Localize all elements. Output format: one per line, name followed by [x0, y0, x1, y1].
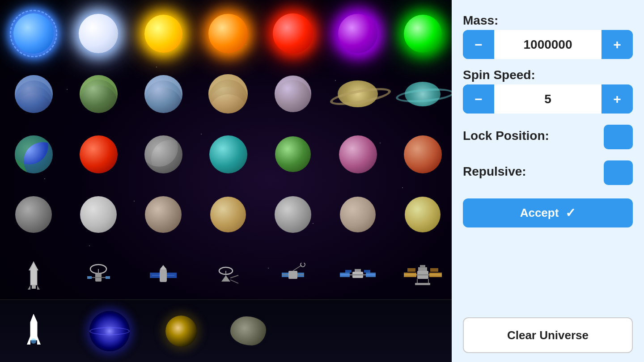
rocket-bottom-item[interactable] — [9, 307, 58, 356]
teal-planet-item[interactable] — [201, 127, 255, 181]
blue-gas-giant-item[interactable] — [7, 67, 60, 121]
mass-section: Mass: − 1000000 + — [463, 13, 633, 59]
green-gas-giant[interactable] — [80, 75, 118, 113]
spin-decrement-button[interactable]: − — [463, 84, 494, 114]
svg-marker-20 — [221, 275, 230, 282]
green-planet-item[interactable] — [266, 127, 320, 181]
tan-moon-item[interactable] — [201, 188, 255, 241]
rocky-moon[interactable] — [340, 197, 376, 232]
svg-marker-49 — [27, 336, 30, 345]
white-moon-item[interactable] — [72, 188, 125, 241]
accept-button[interactable]: Accept ✓ — [463, 198, 633, 227]
iss-item[interactable] — [331, 248, 385, 299]
asteroid-bottom-item[interactable] — [224, 307, 273, 356]
planet-selection-grid — [0, 0, 452, 299]
brown-moon[interactable] — [145, 196, 182, 233]
kepler-spacecraft[interactable] — [136, 253, 190, 297]
saturn-like[interactable] — [338, 80, 378, 107]
pink-planet-item[interactable] — [331, 127, 385, 181]
tan-moon[interactable] — [210, 197, 246, 232]
mars-like[interactable] — [404, 135, 442, 173]
spin-speed-value[interactable]: 5 — [494, 84, 602, 114]
blue-gas-giant[interactable] — [15, 75, 53, 113]
new-horizons-spacecraft[interactable] — [201, 253, 255, 297]
green-star[interactable] — [404, 15, 442, 53]
jupiter-like[interactable] — [208, 74, 248, 114]
earth-item[interactable] — [7, 127, 60, 181]
saturn-item[interactable] — [331, 67, 385, 121]
mass-decrement-button[interactable]: − — [463, 30, 494, 59]
green-planet[interactable] — [275, 136, 311, 172]
repulsive-toggle[interactable] — [604, 160, 633, 185]
purple-star-item[interactable] — [331, 7, 385, 60]
purple-star[interactable] — [338, 14, 377, 53]
yellow-star-item[interactable] — [136, 7, 190, 60]
purple-gas-giant[interactable] — [275, 76, 311, 112]
large-station-spacecraft[interactable] — [396, 253, 449, 297]
green-star-item[interactable] — [396, 7, 449, 60]
gray-planet-item[interactable] — [136, 127, 190, 181]
blue-gas-giant-2[interactable] — [144, 75, 182, 113]
yellow-star[interactable] — [144, 15, 182, 53]
mass-value[interactable]: 1000000 — [494, 30, 602, 59]
kepler-item[interactable] — [136, 248, 190, 299]
mass-increment-button[interactable]: + — [602, 30, 633, 59]
svg-rect-12 — [160, 269, 167, 282]
teal-ring-item[interactable] — [396, 67, 449, 121]
svg-rect-17 — [167, 273, 177, 278]
lock-position-toggle[interactable] — [604, 125, 633, 149]
purple-gas-giant-item[interactable] — [266, 67, 320, 121]
cassini-spacecraft[interactable] — [72, 253, 125, 297]
svg-marker-48 — [30, 314, 37, 340]
gray-moon-2[interactable] — [275, 196, 311, 233]
red-star[interactable] — [273, 13, 313, 54]
svg-line-21 — [230, 275, 238, 278]
repulsive-section: Repulsive: — [463, 160, 633, 185]
gray-moon-2-item[interactable] — [266, 188, 320, 241]
blue-star-item[interactable] — [7, 7, 60, 60]
clear-universe-button[interactable]: Clear Universe — [463, 317, 633, 353]
iss-spacecraft[interactable] — [331, 253, 385, 297]
blue-star[interactable] — [13, 13, 54, 54]
white-rocket-item[interactable] — [7, 248, 60, 299]
spin-increment-button[interactable]: + — [602, 84, 633, 114]
earth-like[interactable] — [15, 135, 53, 173]
rocky-moon-item[interactable] — [331, 188, 385, 241]
gray-planet[interactable] — [144, 135, 182, 173]
white-star-item[interactable] — [72, 7, 125, 60]
mars-item[interactable] — [396, 127, 449, 181]
spin-speed-section: Spin Speed: − 5 + — [463, 68, 633, 114]
gray-moon[interactable] — [15, 196, 52, 233]
orange-star[interactable] — [208, 14, 248, 53]
green-gas-giant-item[interactable] — [72, 67, 125, 121]
white-star[interactable] — [79, 14, 118, 53]
svg-rect-10 — [87, 276, 92, 279]
svg-point-51 — [31, 338, 36, 344]
jupiter-item[interactable] — [201, 67, 255, 121]
lava-planet[interactable] — [80, 135, 118, 173]
pink-planet[interactable] — [339, 135, 377, 173]
lava-item[interactable] — [72, 127, 125, 181]
yellow-moon-item[interactable] — [396, 188, 449, 241]
yellow-moon[interactable] — [405, 197, 441, 232]
voyager-spacecraft[interactable] — [266, 253, 320, 297]
new-horizons-item[interactable] — [201, 248, 255, 299]
gray-moon-item[interactable] — [7, 188, 60, 241]
voyager-item[interactable] — [266, 248, 320, 299]
orange-star-item[interactable] — [201, 7, 255, 60]
teal-ring-planet[interactable] — [405, 82, 441, 106]
right-panel: Mass: − 1000000 + Spin Speed: − 5 + Lock… — [452, 0, 644, 362]
accept-label: Accept — [520, 206, 559, 220]
lock-position-label: Lock Position: — [463, 129, 549, 143]
white-moon[interactable] — [80, 196, 117, 233]
red-star-item[interactable] — [266, 7, 320, 60]
blue-galaxy-bottom-item[interactable] — [85, 307, 134, 356]
white-rocket[interactable] — [7, 253, 60, 297]
brown-moon-item[interactable] — [136, 188, 190, 241]
large-station-item[interactable] — [396, 248, 449, 299]
cassini-item[interactable] — [72, 248, 125, 299]
teal-planet[interactable] — [209, 135, 247, 173]
blue-gas-giant-2-item[interactable] — [136, 67, 190, 121]
golden-object-bottom-item[interactable] — [157, 307, 206, 356]
svg-rect-40 — [429, 273, 442, 277]
